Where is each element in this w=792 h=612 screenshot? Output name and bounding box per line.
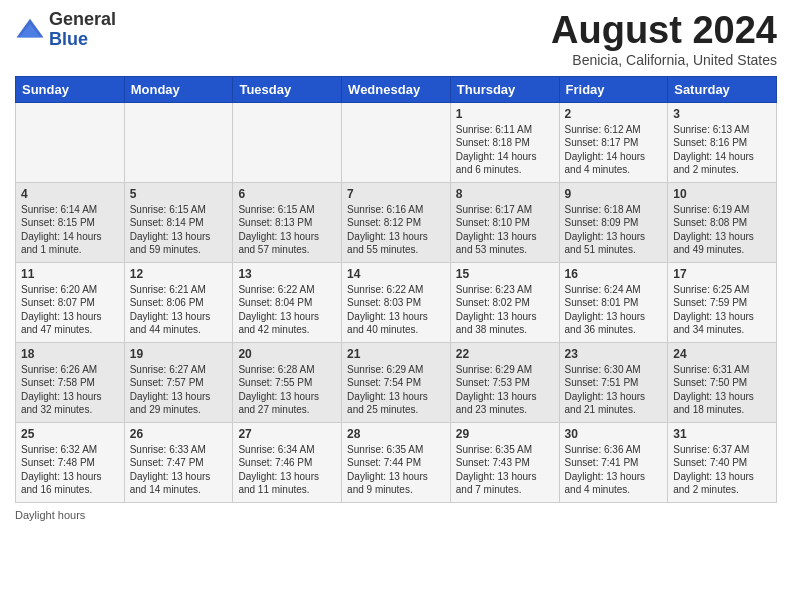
- daylight-legend: Daylight hours: [15, 509, 85, 521]
- day-number: 21: [347, 347, 445, 361]
- cell-content: Sunrise: 6:14 AM Sunset: 8:15 PM Dayligh…: [21, 203, 119, 257]
- calendar-week-4: 25Sunrise: 6:32 AM Sunset: 7:48 PM Dayli…: [16, 422, 777, 502]
- calendar-cell: 28Sunrise: 6:35 AM Sunset: 7:44 PM Dayli…: [342, 422, 451, 502]
- cell-content: Sunrise: 6:21 AM Sunset: 8:06 PM Dayligh…: [130, 283, 228, 337]
- calendar-cell: 1Sunrise: 6:11 AM Sunset: 8:18 PM Daylig…: [450, 102, 559, 182]
- calendar-cell: 22Sunrise: 6:29 AM Sunset: 7:53 PM Dayli…: [450, 342, 559, 422]
- calendar-cell: 9Sunrise: 6:18 AM Sunset: 8:09 PM Daylig…: [559, 182, 668, 262]
- day-number: 22: [456, 347, 554, 361]
- day-number: 5: [130, 187, 228, 201]
- calendar-cell: 27Sunrise: 6:34 AM Sunset: 7:46 PM Dayli…: [233, 422, 342, 502]
- calendar-cell: 7Sunrise: 6:16 AM Sunset: 8:12 PM Daylig…: [342, 182, 451, 262]
- cell-content: Sunrise: 6:35 AM Sunset: 7:43 PM Dayligh…: [456, 443, 554, 497]
- calendar-cell: 25Sunrise: 6:32 AM Sunset: 7:48 PM Dayli…: [16, 422, 125, 502]
- calendar-week-3: 18Sunrise: 6:26 AM Sunset: 7:58 PM Dayli…: [16, 342, 777, 422]
- calendar-cell: 29Sunrise: 6:35 AM Sunset: 7:43 PM Dayli…: [450, 422, 559, 502]
- header-wednesday: Wednesday: [342, 76, 451, 102]
- calendar-header-row: SundayMondayTuesdayWednesdayThursdayFrid…: [16, 76, 777, 102]
- day-number: 23: [565, 347, 663, 361]
- cell-content: Sunrise: 6:11 AM Sunset: 8:18 PM Dayligh…: [456, 123, 554, 177]
- cell-content: Sunrise: 6:24 AM Sunset: 8:01 PM Dayligh…: [565, 283, 663, 337]
- logo-general: General: [49, 10, 116, 30]
- calendar-cell: 6Sunrise: 6:15 AM Sunset: 8:13 PM Daylig…: [233, 182, 342, 262]
- calendar-cell: 23Sunrise: 6:30 AM Sunset: 7:51 PM Dayli…: [559, 342, 668, 422]
- cell-content: Sunrise: 6:25 AM Sunset: 7:59 PM Dayligh…: [673, 283, 771, 337]
- day-number: 12: [130, 267, 228, 281]
- calendar-week-0: 1Sunrise: 6:11 AM Sunset: 8:18 PM Daylig…: [16, 102, 777, 182]
- day-number: 7: [347, 187, 445, 201]
- calendar-cell: 12Sunrise: 6:21 AM Sunset: 8:06 PM Dayli…: [124, 262, 233, 342]
- footer: Daylight hours: [15, 509, 777, 521]
- calendar-week-1: 4Sunrise: 6:14 AM Sunset: 8:15 PM Daylig…: [16, 182, 777, 262]
- calendar-cell: 2Sunrise: 6:12 AM Sunset: 8:17 PM Daylig…: [559, 102, 668, 182]
- calendar-cell: 5Sunrise: 6:15 AM Sunset: 8:14 PM Daylig…: [124, 182, 233, 262]
- cell-content: Sunrise: 6:26 AM Sunset: 7:58 PM Dayligh…: [21, 363, 119, 417]
- header-tuesday: Tuesday: [233, 76, 342, 102]
- day-number: 27: [238, 427, 336, 441]
- header-saturday: Saturday: [668, 76, 777, 102]
- location: Benicia, California, United States: [551, 52, 777, 68]
- calendar-cell: 31Sunrise: 6:37 AM Sunset: 7:40 PM Dayli…: [668, 422, 777, 502]
- cell-content: Sunrise: 6:31 AM Sunset: 7:50 PM Dayligh…: [673, 363, 771, 417]
- header-monday: Monday: [124, 76, 233, 102]
- calendar-cell: 17Sunrise: 6:25 AM Sunset: 7:59 PM Dayli…: [668, 262, 777, 342]
- cell-content: Sunrise: 6:33 AM Sunset: 7:47 PM Dayligh…: [130, 443, 228, 497]
- calendar-cell: 24Sunrise: 6:31 AM Sunset: 7:50 PM Dayli…: [668, 342, 777, 422]
- daylight-label: Daylight hours: [15, 509, 85, 521]
- title-block: August 2024 Benicia, California, United …: [551, 10, 777, 68]
- cell-content: Sunrise: 6:35 AM Sunset: 7:44 PM Dayligh…: [347, 443, 445, 497]
- calendar-cell: 21Sunrise: 6:29 AM Sunset: 7:54 PM Dayli…: [342, 342, 451, 422]
- logo-text: General Blue: [49, 10, 116, 50]
- cell-content: Sunrise: 6:28 AM Sunset: 7:55 PM Dayligh…: [238, 363, 336, 417]
- cell-content: Sunrise: 6:17 AM Sunset: 8:10 PM Dayligh…: [456, 203, 554, 257]
- logo: General Blue: [15, 10, 116, 50]
- cell-content: Sunrise: 6:13 AM Sunset: 8:16 PM Dayligh…: [673, 123, 771, 177]
- day-number: 29: [456, 427, 554, 441]
- cell-content: Sunrise: 6:23 AM Sunset: 8:02 PM Dayligh…: [456, 283, 554, 337]
- logo-blue: Blue: [49, 30, 116, 50]
- day-number: 4: [21, 187, 119, 201]
- day-number: 1: [456, 107, 554, 121]
- calendar-cell: 19Sunrise: 6:27 AM Sunset: 7:57 PM Dayli…: [124, 342, 233, 422]
- day-number: 11: [21, 267, 119, 281]
- day-number: 31: [673, 427, 771, 441]
- day-number: 18: [21, 347, 119, 361]
- day-number: 13: [238, 267, 336, 281]
- day-number: 15: [456, 267, 554, 281]
- day-number: 24: [673, 347, 771, 361]
- day-number: 28: [347, 427, 445, 441]
- calendar-week-2: 11Sunrise: 6:20 AM Sunset: 8:07 PM Dayli…: [16, 262, 777, 342]
- day-number: 26: [130, 427, 228, 441]
- cell-content: Sunrise: 6:20 AM Sunset: 8:07 PM Dayligh…: [21, 283, 119, 337]
- calendar-cell: 20Sunrise: 6:28 AM Sunset: 7:55 PM Dayli…: [233, 342, 342, 422]
- cell-content: Sunrise: 6:36 AM Sunset: 7:41 PM Dayligh…: [565, 443, 663, 497]
- cell-content: Sunrise: 6:32 AM Sunset: 7:48 PM Dayligh…: [21, 443, 119, 497]
- calendar-cell: 4Sunrise: 6:14 AM Sunset: 8:15 PM Daylig…: [16, 182, 125, 262]
- calendar-cell: [233, 102, 342, 182]
- calendar-cell: [124, 102, 233, 182]
- day-number: 3: [673, 107, 771, 121]
- cell-content: Sunrise: 6:18 AM Sunset: 8:09 PM Dayligh…: [565, 203, 663, 257]
- calendar-cell: 16Sunrise: 6:24 AM Sunset: 8:01 PM Dayli…: [559, 262, 668, 342]
- day-number: 2: [565, 107, 663, 121]
- header-friday: Friday: [559, 76, 668, 102]
- cell-content: Sunrise: 6:22 AM Sunset: 8:03 PM Dayligh…: [347, 283, 445, 337]
- cell-content: Sunrise: 6:15 AM Sunset: 8:13 PM Dayligh…: [238, 203, 336, 257]
- cell-content: Sunrise: 6:22 AM Sunset: 8:04 PM Dayligh…: [238, 283, 336, 337]
- cell-content: Sunrise: 6:34 AM Sunset: 7:46 PM Dayligh…: [238, 443, 336, 497]
- calendar-cell: 15Sunrise: 6:23 AM Sunset: 8:02 PM Dayli…: [450, 262, 559, 342]
- cell-content: Sunrise: 6:37 AM Sunset: 7:40 PM Dayligh…: [673, 443, 771, 497]
- calendar-cell: [16, 102, 125, 182]
- cell-content: Sunrise: 6:29 AM Sunset: 7:54 PM Dayligh…: [347, 363, 445, 417]
- calendar-cell: 30Sunrise: 6:36 AM Sunset: 7:41 PM Dayli…: [559, 422, 668, 502]
- day-number: 19: [130, 347, 228, 361]
- calendar-cell: 18Sunrise: 6:26 AM Sunset: 7:58 PM Dayli…: [16, 342, 125, 422]
- cell-content: Sunrise: 6:27 AM Sunset: 7:57 PM Dayligh…: [130, 363, 228, 417]
- cell-content: Sunrise: 6:19 AM Sunset: 8:08 PM Dayligh…: [673, 203, 771, 257]
- day-number: 17: [673, 267, 771, 281]
- day-number: 25: [21, 427, 119, 441]
- calendar-cell: 26Sunrise: 6:33 AM Sunset: 7:47 PM Dayli…: [124, 422, 233, 502]
- page-header: General Blue August 2024 Benicia, Califo…: [15, 10, 777, 68]
- logo-icon: [15, 15, 45, 45]
- calendar-cell: [342, 102, 451, 182]
